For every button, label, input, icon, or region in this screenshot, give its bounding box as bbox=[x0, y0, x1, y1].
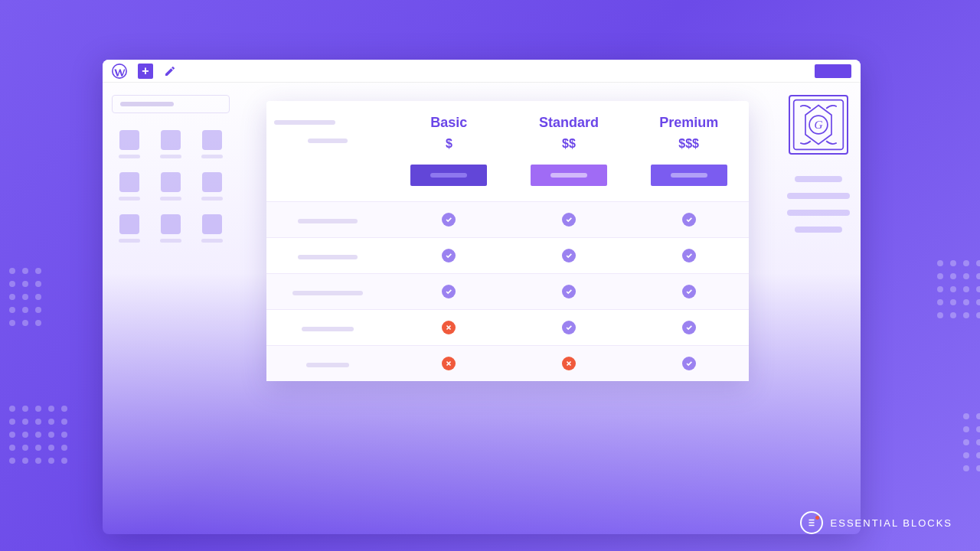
cross-icon bbox=[442, 321, 456, 334]
check-icon bbox=[442, 213, 456, 227]
update-button[interactable] bbox=[815, 64, 851, 78]
feature-cell bbox=[629, 238, 749, 274]
feature-row bbox=[266, 274, 749, 310]
feature-cell bbox=[389, 310, 509, 346]
check-icon bbox=[562, 249, 576, 262]
block-inserter-item[interactable] bbox=[112, 214, 147, 243]
feature-header bbox=[266, 101, 389, 157]
check-icon bbox=[562, 213, 576, 227]
feature-cell bbox=[509, 274, 629, 310]
cross-icon bbox=[562, 357, 576, 370]
editor-window: + bbox=[103, 60, 861, 534]
cross-icon bbox=[442, 357, 456, 370]
settings-placeholder bbox=[787, 210, 850, 216]
block-inserter-item[interactable] bbox=[153, 214, 188, 243]
bg-dots bbox=[937, 260, 980, 318]
editor-canvas: Basic $ Standard $$ Premium $$$ bbox=[239, 83, 776, 534]
add-block-button[interactable]: + bbox=[138, 64, 153, 79]
feature-cell bbox=[629, 274, 749, 310]
feature-label bbox=[266, 274, 389, 310]
feature-label bbox=[266, 238, 389, 274]
feature-label bbox=[266, 346, 389, 382]
wordpress-icon[interactable] bbox=[112, 64, 127, 79]
feature-row bbox=[266, 310, 749, 346]
block-search-input[interactable] bbox=[112, 95, 230, 113]
check-icon bbox=[442, 285, 456, 298]
settings-placeholder bbox=[787, 193, 850, 199]
plan-price: $$$ bbox=[636, 137, 741, 151]
block-inserter-panel bbox=[103, 83, 239, 534]
feature-cell bbox=[629, 310, 749, 346]
search-placeholder bbox=[120, 102, 174, 106]
plan-cta-premium[interactable] bbox=[651, 165, 727, 186]
feature-cell bbox=[389, 202, 509, 238]
feature-cell bbox=[629, 346, 749, 382]
plan-header-basic: Basic $ bbox=[389, 101, 509, 157]
feature-row bbox=[266, 346, 749, 382]
editor-toolbar: + bbox=[103, 60, 861, 83]
block-inserter-item[interactable] bbox=[194, 130, 230, 158]
block-inserter-item[interactable] bbox=[153, 130, 188, 158]
feature-cell bbox=[509, 310, 629, 346]
plan-name: Premium bbox=[659, 115, 718, 130]
feature-cell bbox=[389, 346, 509, 382]
feature-row bbox=[266, 202, 749, 238]
block-inserter-item[interactable] bbox=[112, 130, 147, 158]
plan-name: Standard bbox=[539, 115, 599, 130]
check-icon bbox=[442, 249, 456, 262]
plan-header-standard: Standard $$ bbox=[509, 101, 629, 157]
pricing-table-block[interactable]: Basic $ Standard $$ Premium $$$ bbox=[266, 101, 749, 381]
settings-panel: G bbox=[776, 83, 861, 534]
plan-cta-standard[interactable] bbox=[531, 165, 607, 186]
bg-dots bbox=[9, 406, 67, 464]
feature-label bbox=[266, 310, 389, 346]
feature-cell bbox=[509, 202, 629, 238]
feature-cell bbox=[509, 238, 629, 274]
plan-price: $ bbox=[397, 137, 501, 151]
feature-row bbox=[266, 238, 749, 274]
block-inserter-item[interactable] bbox=[112, 172, 147, 201]
feature-cell bbox=[509, 346, 629, 382]
settings-placeholder bbox=[795, 227, 842, 233]
plan-price: $$ bbox=[517, 137, 622, 151]
brand-footer: ESSENTIAL BLOCKS bbox=[800, 511, 952, 534]
svg-text:G: G bbox=[814, 118, 822, 131]
block-grid bbox=[112, 130, 230, 243]
brand-name: ESSENTIAL BLOCKS bbox=[831, 517, 952, 529]
essential-blocks-icon bbox=[800, 511, 823, 534]
feature-cell bbox=[389, 238, 509, 274]
plan-header-premium: Premium $$$ bbox=[629, 101, 749, 157]
block-inserter-item[interactable] bbox=[153, 172, 188, 201]
feature-label bbox=[266, 202, 389, 238]
gutenberg-logo-icon: G bbox=[789, 95, 848, 155]
edit-icon[interactable] bbox=[164, 65, 176, 77]
feature-cell bbox=[389, 274, 509, 310]
feature-cell bbox=[629, 202, 749, 238]
bg-dots bbox=[963, 413, 980, 471]
block-inserter-item[interactable] bbox=[194, 214, 230, 243]
check-icon bbox=[562, 321, 576, 334]
check-icon bbox=[682, 285, 696, 298]
check-icon bbox=[682, 249, 696, 262]
bg-dots bbox=[9, 268, 41, 326]
check-icon bbox=[682, 213, 696, 227]
check-icon bbox=[562, 285, 576, 298]
plan-cta-basic[interactable] bbox=[410, 165, 487, 186]
check-icon bbox=[682, 321, 696, 334]
check-icon bbox=[682, 357, 696, 370]
settings-placeholder bbox=[795, 176, 842, 182]
block-inserter-item[interactable] bbox=[194, 172, 230, 201]
plan-name: Basic bbox=[430, 115, 467, 130]
